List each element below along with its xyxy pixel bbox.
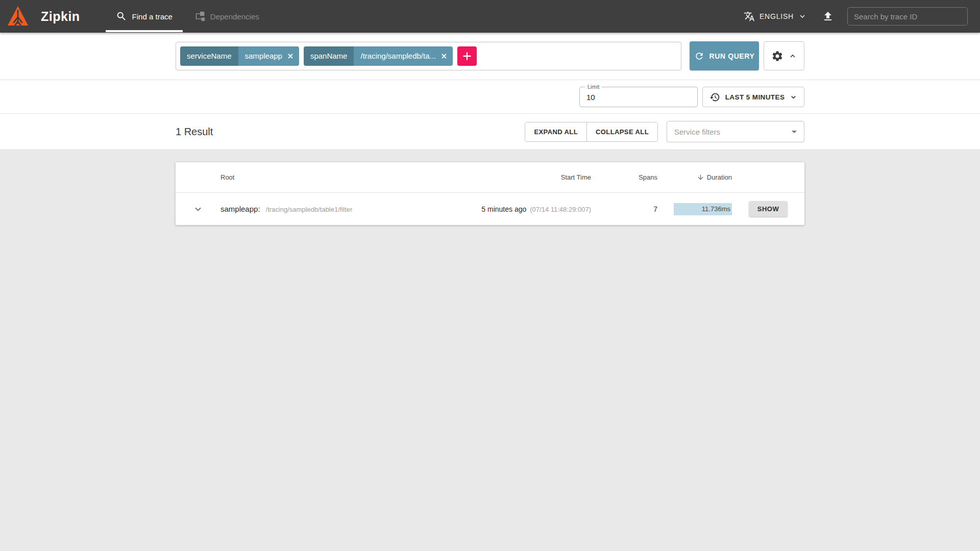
expand-all-button[interactable]: EXPAND ALL	[525, 122, 586, 141]
tab-find-a-trace[interactable]: Find a trace	[105, 0, 184, 33]
table-header-row: Root Start Time Spans Duration	[176, 162, 804, 193]
service-name: sampleapp:	[220, 205, 260, 213]
limit-field[interactable]: Limit	[579, 87, 698, 107]
trace-search-wrap	[847, 0, 968, 33]
run-query-button[interactable]: RUN QUERY	[690, 41, 759, 70]
zipkin-app: Zipkin Find a trace Dependencies	[0, 0, 980, 225]
upload-icon	[822, 10, 834, 22]
column-header-duration[interactable]: Duration	[657, 173, 732, 181]
query-section: serviceName sampleapp spanName /tracing/…	[0, 33, 980, 150]
header-spacer	[271, 0, 744, 33]
refresh-icon	[694, 51, 704, 61]
criterion-chip-spanname[interactable]: spanName /tracing/sampledb/ta...	[304, 46, 453, 66]
dropdown-caret-icon	[792, 131, 797, 133]
chevron-up-icon	[789, 52, 797, 60]
language-selector[interactable]: ENGLISH	[744, 0, 806, 33]
tab-dependencies[interactable]: Dependencies	[184, 0, 271, 33]
lookback-button[interactable]: LAST 5 MINUTES	[702, 87, 804, 107]
results-controls: EXPAND ALL COLLAPSE ALL Service filters	[525, 121, 804, 142]
tab-dependencies-label: Dependencies	[210, 12, 259, 21]
start-time-relative: 5 minutes ago	[481, 205, 526, 213]
sort-descending-icon	[697, 173, 704, 181]
search-criteria-box[interactable]: serviceName sampleapp spanName /tracing/…	[176, 42, 681, 70]
criterion-chip-servicename[interactable]: serviceName sampleapp	[180, 46, 299, 66]
results-table-card: Root Start Time Spans Duration	[176, 162, 804, 225]
query-row: serviceName sampleapp spanName /tracing/…	[0, 33, 980, 80]
lookback-label: LAST 5 MINUTES	[725, 93, 785, 101]
gear-icon	[771, 50, 783, 62]
chip-value: /tracing/sampledb/ta...	[360, 52, 436, 60]
chevron-down-icon	[790, 93, 797, 101]
limit-input[interactable]	[580, 87, 697, 107]
trace-id-search-input[interactable]	[847, 7, 968, 26]
results-area: Root Start Time Spans Duration	[0, 150, 980, 225]
tab-find-a-trace-label: Find a trace	[132, 12, 173, 21]
chip-value: sampleapp	[245, 52, 282, 60]
show-trace-button[interactable]: SHOW	[749, 201, 788, 217]
main-nav: Find a trace Dependencies	[105, 0, 271, 33]
chip-key: serviceName	[180, 46, 238, 66]
add-criterion-button[interactable]	[457, 46, 477, 66]
root-cell: sampleapp: /tracing/sampledb/table1/filt…	[220, 205, 476, 213]
column-header-spans: Spans	[591, 173, 657, 181]
table-row[interactable]: sampleapp: /tracing/sampledb/table1/filt…	[176, 193, 804, 225]
expand-collapse-group: EXPAND ALL COLLAPSE ALL	[525, 122, 658, 142]
search-icon	[116, 11, 127, 22]
results-toolbar: 1 Result EXPAND ALL COLLAPSE ALL Service…	[0, 114, 980, 150]
result-count: 1 Result	[176, 126, 213, 138]
start-time-absolute: (07/14 11:48:29:007)	[530, 206, 591, 213]
remove-criterion-icon[interactable]	[287, 53, 294, 60]
collapse-all-button[interactable]: COLLAPSE ALL	[586, 122, 657, 141]
chevron-down-icon	[193, 204, 203, 214]
service-filters-select[interactable]: Service filters	[667, 121, 804, 142]
upload-trace-button[interactable]	[822, 0, 834, 33]
chevron-down-icon	[798, 12, 806, 20]
zipkin-logo-icon	[6, 5, 30, 28]
dependencies-icon	[195, 11, 205, 21]
zipkin-logo	[0, 0, 30, 33]
remove-criterion-icon[interactable]	[440, 53, 448, 60]
column-header-start-time: Start Time	[476, 173, 591, 181]
column-header-root: Root	[220, 173, 476, 181]
spans-count: 7	[591, 205, 657, 213]
history-icon	[709, 92, 720, 103]
span-path: /tracing/sampledb/table1/filter	[266, 206, 353, 213]
service-filters-placeholder: Service filters	[674, 128, 792, 136]
limit-row: Limit LAST 5 MINUTES	[0, 80, 980, 114]
expand-row-button[interactable]	[176, 204, 220, 214]
action-cell: SHOW	[732, 201, 804, 217]
start-time-cell: 5 minutes ago (07/14 11:48:29:007)	[476, 205, 591, 213]
duration-bar: 11.736ms	[674, 203, 732, 215]
translate-icon	[744, 11, 755, 22]
chip-key: spanName	[304, 46, 354, 66]
app-header: Zipkin Find a trace Dependencies	[0, 0, 980, 33]
run-query-label: RUN QUERY	[709, 52, 755, 60]
limit-label: Limit	[585, 84, 602, 90]
plus-icon	[462, 51, 472, 61]
app-title: Zipkin	[41, 9, 80, 24]
duration-cell: 11.736ms	[657, 203, 732, 215]
query-settings-button[interactable]	[764, 41, 804, 70]
language-label: ENGLISH	[760, 12, 794, 20]
